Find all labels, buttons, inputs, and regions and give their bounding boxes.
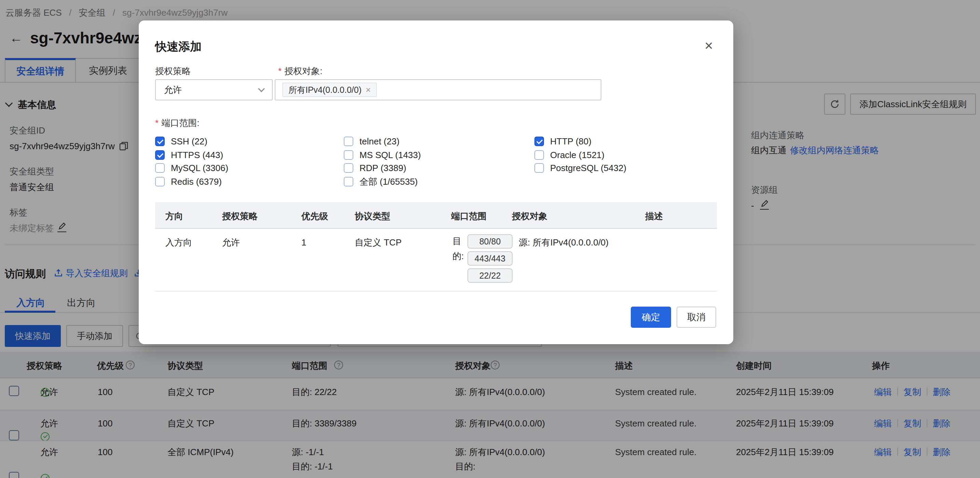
mcol-direction: 方向 [165, 210, 183, 222]
mcol-priority: 优先级 [301, 210, 328, 222]
checkbox-label: RDP (3389) [360, 162, 406, 173]
checkbox-rdp[interactable] [344, 163, 353, 173]
checkbox-label: 全部 (1/65535) [360, 176, 418, 187]
modal-table-header-divider [155, 228, 717, 229]
checkbox-https[interactable] [155, 150, 165, 160]
checkbox-label: SSH (22) [171, 136, 207, 147]
mcell-protocol: 自定义 TCP [355, 237, 401, 248]
port-option: PostgreSQL (5432) [535, 162, 626, 173]
policy-select-label: 授权策略 [155, 65, 191, 76]
object-tag: 所有IPv4(0.0.0.0/0) × [282, 83, 377, 97]
mcol-desc: 描述 [645, 210, 663, 222]
checkbox-label: Oracle (1521) [550, 149, 605, 160]
mcol-protocol: 协议类型 [355, 210, 390, 222]
checkbox-label: PostgreSQL (5432) [550, 162, 626, 173]
confirm-button[interactable]: 确定 [631, 306, 671, 328]
port-input[interactable]: 80/80 [468, 234, 512, 249]
port-option: HTTPS (443) [155, 149, 223, 160]
mcell-source: 源: 所有IPv4(0.0.0.0/0) [519, 237, 609, 248]
mcell-policy: 允许 [222, 237, 240, 248]
mcol-policy: 授权策略 [222, 210, 258, 222]
checkbox-redis[interactable] [155, 177, 165, 186]
button-label: 取消 [687, 311, 706, 323]
checkbox-label: HTTPS (443) [171, 149, 223, 160]
modal-close-icon[interactable]: × [705, 39, 713, 52]
checkbox-ssh[interactable] [155, 137, 165, 146]
checkbox-label: Redis (6379) [171, 176, 222, 187]
modal-title: 快速添加 [155, 39, 202, 55]
tag-remove-icon[interactable]: × [366, 85, 371, 95]
port-input[interactable]: 22/22 [468, 268, 512, 283]
required-asterisk: * [278, 66, 282, 76]
mcol-source: 授权对象 [512, 210, 547, 222]
object-input[interactable]: 所有IPv4(0.0.0.0/0) × [275, 79, 601, 100]
port-option: HTTP (80) [535, 136, 592, 147]
port-range-label: *端口范围: [155, 118, 199, 129]
quick-add-modal: 快速添加 × 授权策略 *授权对象: 允许 所有IPv4(0.0.0.0/0) … [139, 21, 733, 344]
checkbox-label: MySQL (3306) [171, 162, 228, 173]
port-option: MS SQL (1433) [344, 149, 421, 160]
checkbox-postgresql[interactable] [535, 163, 544, 173]
port-prefix-line2: 的: [452, 251, 464, 262]
checkbox-label: MS SQL (1433) [360, 149, 421, 160]
button-label: 确定 [642, 311, 660, 323]
port-option: 全部 (1/65535) [344, 176, 418, 187]
port-option: telnet (23) [344, 136, 399, 147]
port-prefix: 目 [452, 236, 461, 246]
required-asterisk: * [155, 118, 159, 128]
mcell-priority: 1 [301, 237, 306, 248]
port-option: Oracle (1521) [535, 149, 605, 160]
checkbox-all-ports[interactable] [344, 177, 353, 186]
mcell-direction: 入方向 [165, 237, 192, 248]
checkbox-oracle[interactable] [535, 150, 544, 160]
port-option: RDP (3389) [344, 162, 406, 173]
checkbox-label: HTTP (80) [550, 136, 592, 147]
policy-select-value: 允许 [164, 84, 182, 96]
checkbox-telnet[interactable] [344, 137, 353, 146]
object-input-label: *授权对象: [278, 65, 322, 76]
port-input[interactable]: 443/443 [468, 251, 512, 266]
checkbox-mssql[interactable] [344, 150, 353, 160]
port-option: Redis (6379) [155, 176, 222, 187]
port-option: MySQL (3306) [155, 162, 228, 173]
checkbox-label: telnet (23) [360, 136, 399, 147]
object-tag-label: 所有IPv4(0.0.0.0/0) [288, 84, 361, 95]
checkbox-http[interactable] [535, 137, 544, 146]
chevron-down-icon [258, 85, 265, 92]
page: 云服务器 ECS / 安全组 / sg-7xvhr9e4wz59yjg3h7rw… [0, 0, 980, 478]
policy-select[interactable]: 允许 [155, 79, 273, 100]
cancel-button[interactable]: 取消 [676, 306, 716, 328]
port-option: SSH (22) [155, 136, 207, 147]
mcol-port: 端口范围 [451, 210, 487, 222]
modal-table-bottom-divider [155, 291, 717, 292]
checkbox-mysql[interactable] [155, 163, 165, 173]
